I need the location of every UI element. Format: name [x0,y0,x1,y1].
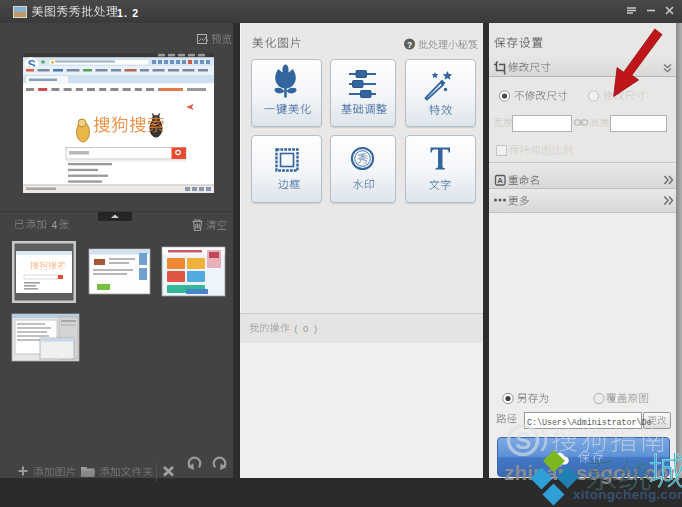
svg-text:4: 4 [52,220,58,231]
svg-text:( 0 ): ( 0 ) [294,323,318,334]
svg-text:A: A [497,176,503,185]
svg-text:1. 2: 1. 2 [117,7,139,19]
svg-text:?: ? [407,40,412,50]
svg-text:C:\Users\Administrator\De: C:\Users\Administrator\De [527,418,651,427]
svg-text:S: S [515,427,531,454]
svg-text:xitongcheng.com: xitongcheng.com [573,487,682,502]
